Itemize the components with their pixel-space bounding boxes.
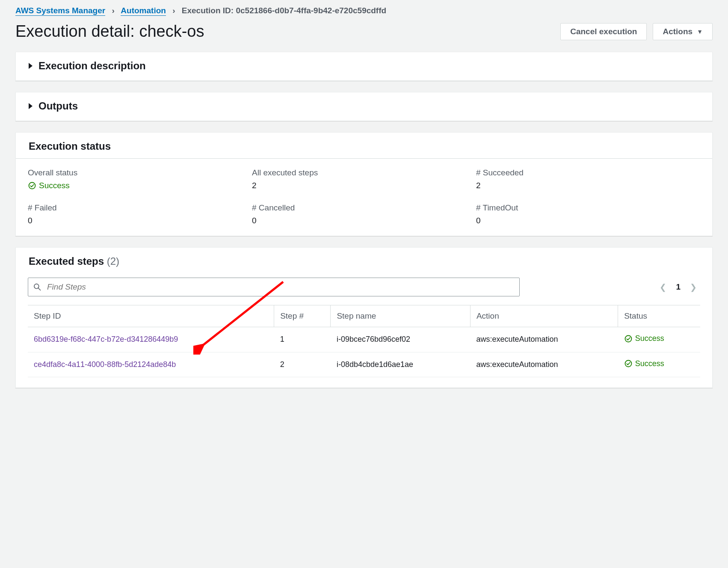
outputs-panel: Outputs xyxy=(15,92,713,121)
disclosure-triangle-icon[interactable] xyxy=(29,63,33,69)
chevron-right-icon: › xyxy=(172,6,175,15)
page-title: Execution detail: check-os xyxy=(15,22,204,41)
next-page-button[interactable]: ❯ xyxy=(690,282,697,292)
col-step-id[interactable]: Step ID xyxy=(28,305,274,327)
panel-title: Execution description xyxy=(38,60,146,72)
failed-value: 0 xyxy=(28,216,252,225)
page-number: 1 xyxy=(676,282,681,292)
col-step-number[interactable]: Step # xyxy=(274,305,331,327)
cancelled-value: 0 xyxy=(252,216,476,225)
all-steps-value: 2 xyxy=(252,181,476,190)
chevron-right-icon: › xyxy=(112,6,114,15)
step-number: 2 xyxy=(274,352,331,377)
table-row: ce4dfa8c-4a11-4000-88fb-5d2124ade84b 2 i… xyxy=(28,352,700,377)
check-circle-icon xyxy=(624,334,633,343)
col-action[interactable]: Action xyxy=(470,305,618,327)
breadcrumb: AWS Systems Manager › Automation › Execu… xyxy=(15,6,713,15)
overall-status-value: Success xyxy=(28,181,70,190)
step-status: Success xyxy=(618,352,700,377)
execution-description-panel: Execution description xyxy=(15,52,713,81)
col-step-name[interactable]: Step name xyxy=(331,305,470,327)
steps-count: (2) xyxy=(107,255,119,267)
succeeded-value: 2 xyxy=(476,181,700,190)
breadcrumb-link-1[interactable]: AWS Systems Manager xyxy=(15,6,105,16)
step-status: Success xyxy=(618,327,700,352)
svg-line-2 xyxy=(38,288,41,290)
overall-status-label: Overall status xyxy=(28,168,252,178)
step-name: i-09bcec76bd96cef02 xyxy=(331,327,470,352)
step-name: i-08db4cbde1d6ae1ae xyxy=(331,352,470,377)
executed-steps-panel: Executed steps (2) ❮ 1 ❯ xyxy=(15,247,713,388)
pagination: ❮ 1 ❯ xyxy=(660,282,697,292)
timedout-label: # TimedOut xyxy=(476,203,700,213)
breadcrumb-link-2[interactable]: Automation xyxy=(121,6,166,16)
disclosure-triangle-icon[interactable] xyxy=(29,103,33,109)
find-steps-input[interactable] xyxy=(28,278,520,296)
succeeded-label: # Succeeded xyxy=(476,168,700,178)
cancelled-label: # Cancelled xyxy=(252,203,476,213)
check-circle-icon xyxy=(28,181,36,190)
actions-dropdown-button[interactable]: Actions ▼ xyxy=(653,23,713,40)
svg-point-4 xyxy=(625,361,631,367)
check-circle-icon xyxy=(624,359,633,368)
panel-title: Execution status xyxy=(29,140,111,152)
caret-down-icon: ▼ xyxy=(697,28,703,35)
prev-page-button[interactable]: ❮ xyxy=(660,282,666,292)
step-id-link[interactable]: 6bd6319e-f68c-447c-b72e-d341286449b9 xyxy=(28,327,274,352)
step-action: aws:executeAutomation xyxy=(470,352,618,377)
execution-status-panel: Execution status Overall status Success … xyxy=(15,132,713,236)
step-action: aws:executeAutomation xyxy=(470,327,618,352)
all-steps-label: All executed steps xyxy=(252,168,476,178)
col-status[interactable]: Status xyxy=(618,305,700,327)
svg-point-0 xyxy=(29,183,36,189)
executed-steps-table: Step ID Step # Step name Action Status 6… xyxy=(28,305,700,377)
svg-point-3 xyxy=(625,335,631,342)
failed-label: # Failed xyxy=(28,203,252,213)
step-id-link[interactable]: ce4dfa8c-4a11-4000-88fb-5d2124ade84b xyxy=(28,352,274,377)
search-icon xyxy=(33,283,41,291)
cancel-execution-button[interactable]: Cancel execution xyxy=(560,23,647,40)
step-number: 1 xyxy=(274,327,331,352)
timedout-value: 0 xyxy=(476,216,700,225)
breadcrumb-current: Execution ID: 0c521866-d0b7-4ffa-9b42-e7… xyxy=(182,6,386,15)
table-row: 6bd6319e-f68c-447c-b72e-d341286449b9 1 i… xyxy=(28,327,700,352)
panel-title: Outputs xyxy=(38,100,78,112)
panel-title: Executed steps (2) xyxy=(29,255,119,267)
